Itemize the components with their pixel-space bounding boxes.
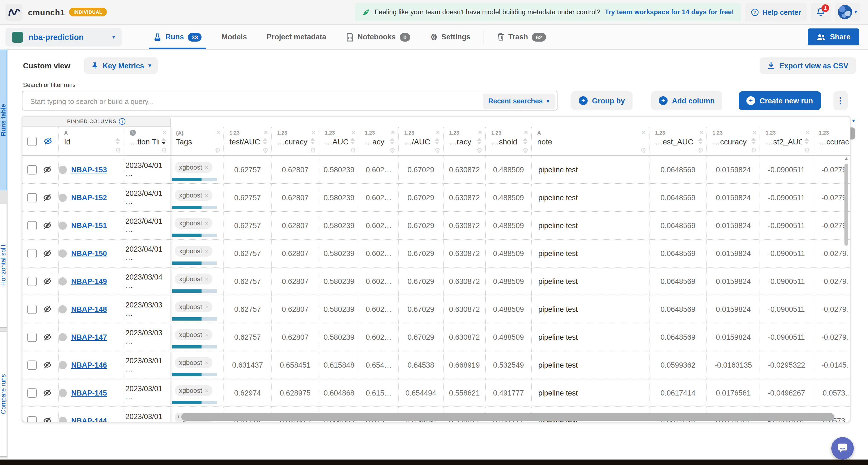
tag-chip[interactable]: xgboost ×	[175, 218, 213, 229]
remove-tag-icon[interactable]: ×	[205, 164, 208, 171]
run-id-link[interactable]: NBAP-147	[71, 333, 107, 341]
run-id-link[interactable]: NBAP-148	[71, 305, 107, 313]
tags-cell-scrollbar[interactable]	[172, 289, 217, 293]
share-button[interactable]: Share	[808, 28, 859, 45]
column-settings-gear-icon[interactable]: ⚙	[476, 146, 483, 154]
run-id-link[interactable]: NBAP-150	[71, 249, 107, 257]
tab-trash[interactable]: Trash62	[487, 25, 556, 49]
column-header--shold[interactable]: 1.23×…shold⚙	[486, 127, 532, 155]
horizontal-scrollbar[interactable]: ‹	[175, 413, 835, 421]
eye-off-icon[interactable]	[43, 416, 52, 422]
remove-column-icon[interactable]: ×	[216, 129, 220, 136]
remove-column-icon[interactable]: ×	[642, 129, 646, 136]
tag-chip[interactable]: xgboost ×	[175, 301, 213, 312]
remove-tag-icon[interactable]: ×	[205, 276, 208, 282]
remove-column-icon[interactable]: ×	[699, 129, 703, 136]
column-settings-gear-icon[interactable]: ⚙	[161, 146, 167, 154]
scroll-left-arrow[interactable]: ‹	[175, 412, 181, 421]
remove-tag-icon[interactable]: ×	[205, 192, 208, 199]
column-settings-gear-icon[interactable]: ⚙	[350, 146, 356, 154]
run-id-link[interactable]: NBAP-151	[71, 221, 107, 230]
column-header--ccurac[interactable]: 1.23×…ccurac⚙	[813, 127, 850, 155]
view-mode-tab-compare-runs[interactable]: Compare runs	[0, 332, 7, 457]
column-settings-gear-icon[interactable]: ⚙	[310, 146, 316, 154]
remove-column-icon[interactable]: ×	[351, 129, 355, 136]
sort-icon[interactable]	[698, 138, 703, 144]
tag-chip[interactable]: xgboost ×	[175, 273, 213, 285]
run-id-link[interactable]: NBAP-145	[71, 389, 107, 397]
column-header--racy[interactable]: 1.23×…racy⚙	[443, 127, 486, 155]
tags-cell-scrollbar[interactable]	[172, 234, 217, 237]
eye-off-icon[interactable]	[43, 249, 52, 258]
notifications-button[interactable]: 1	[811, 3, 831, 21]
recent-searches-button[interactable]: Recent searches ▾	[483, 94, 555, 109]
row-checkbox[interactable]	[27, 332, 37, 342]
row-checkbox[interactable]	[27, 388, 37, 397]
remove-tag-icon[interactable]: ×	[205, 359, 208, 366]
remove-tag-icon[interactable]: ×	[205, 332, 208, 338]
tags-cell-scrollbar[interactable]	[172, 373, 217, 376]
column-header-note[interactable]: A×note⚙	[532, 127, 650, 155]
eye-off-icon[interactable]	[43, 333, 52, 341]
sort-icon[interactable]	[263, 138, 267, 144]
search-input[interactable]	[29, 91, 486, 111]
select-all-checkbox[interactable]	[27, 136, 37, 146]
remove-column-icon[interactable]: ×	[806, 129, 809, 136]
column-header--curacy[interactable]: 1.23×…curacy⚙	[272, 127, 319, 155]
eye-off-icon[interactable]	[43, 221, 52, 230]
column-settings-gear-icon[interactable]: ⚙	[751, 146, 757, 154]
column-settings-gear-icon[interactable]: ⚙	[115, 146, 121, 154]
tag-chip[interactable]: xgboost ×	[175, 162, 213, 173]
remove-column-icon[interactable]: ×	[391, 129, 395, 136]
sort-icon[interactable]	[751, 138, 756, 144]
banner-link[interactable]: Try team workspace for 14 days for free!	[605, 8, 734, 16]
run-id-link[interactable]: NBAP-152	[71, 193, 107, 202]
group-by-button[interactable]: + Group by	[571, 91, 632, 110]
tag-chip[interactable]: xgboost ×	[175, 190, 213, 201]
view-mode-tab-runs-table[interactable]: Runs table	[0, 50, 7, 190]
eye-off-icon[interactable]	[43, 277, 52, 286]
project-selector[interactable]: nba-prediction ▾	[5, 28, 122, 46]
workspace-name[interactable]: cmunch1	[28, 7, 65, 17]
remove-column-icon[interactable]: ×	[752, 129, 756, 136]
eye-off-icon[interactable]	[43, 193, 52, 202]
eye-off-icon[interactable]	[43, 361, 52, 369]
sort-icon[interactable]	[116, 138, 120, 144]
tags-cell-scrollbar[interactable]	[172, 345, 217, 348]
column-header--acy[interactable]: 1.23×…acy⚙	[359, 127, 399, 155]
view-selector[interactable]: Key Metrics ▾	[85, 58, 158, 74]
column-header--ccuracy[interactable]: 1.23×…ccuracy⚙	[707, 127, 760, 155]
column-settings-gear-icon[interactable]: ⚙	[640, 146, 646, 154]
column-header--est-auc[interactable]: 1.23×…est_AUC⚙	[650, 127, 707, 155]
column-settings-gear-icon[interactable]: ⚙	[522, 146, 528, 154]
tab-project-metadata[interactable]: Project metadata	[257, 25, 336, 49]
sort-icon[interactable]	[523, 138, 527, 144]
vertical-scroll-thumb[interactable]	[844, 164, 848, 245]
column-settings-gear-icon[interactable]: ⚙	[390, 146, 395, 154]
column-header-test-auc[interactable]: 1.23×test/AUC⚙	[224, 127, 272, 155]
tab-runs[interactable]: Runs33	[144, 25, 212, 49]
tag-chip[interactable]: xgboost ×	[175, 357, 213, 368]
info-icon[interactable]: i	[119, 118, 126, 125]
tags-cell-scrollbar[interactable]	[172, 262, 217, 265]
export-csv-button[interactable]: Export view as CSV	[760, 58, 856, 74]
run-id-link[interactable]: NBAP-144	[71, 417, 107, 422]
remove-tag-icon[interactable]: ×	[205, 248, 208, 254]
sort-desc-icon[interactable]	[161, 138, 166, 144]
column-header-id[interactable]: AId⚙	[59, 127, 124, 155]
help-center-button[interactable]: ? Help center	[745, 3, 807, 21]
view-mode-tab-horizontal-split[interactable]: Horizontal split	[0, 203, 7, 328]
eye-off-icon[interactable]	[43, 137, 53, 145]
remove-column-icon[interactable]: ×	[264, 129, 268, 136]
remove-tag-icon[interactable]: ×	[205, 220, 208, 227]
sort-icon[interactable]	[435, 138, 439, 144]
row-checkbox[interactable]	[27, 221, 37, 230]
run-id-link[interactable]: NBAP-153	[71, 165, 107, 174]
run-id-link[interactable]: NBAP-146	[71, 361, 107, 369]
column-settings-gear-icon[interactable]: ⚙	[262, 146, 268, 154]
column-settings-gear-icon[interactable]: ⚙	[215, 146, 221, 154]
tag-chip[interactable]: xgboost ×	[175, 329, 213, 340]
eye-off-icon[interactable]	[43, 389, 52, 397]
row-checkbox[interactable]	[27, 416, 37, 422]
column-settings-gear-icon[interactable]: ⚙	[434, 146, 440, 154]
